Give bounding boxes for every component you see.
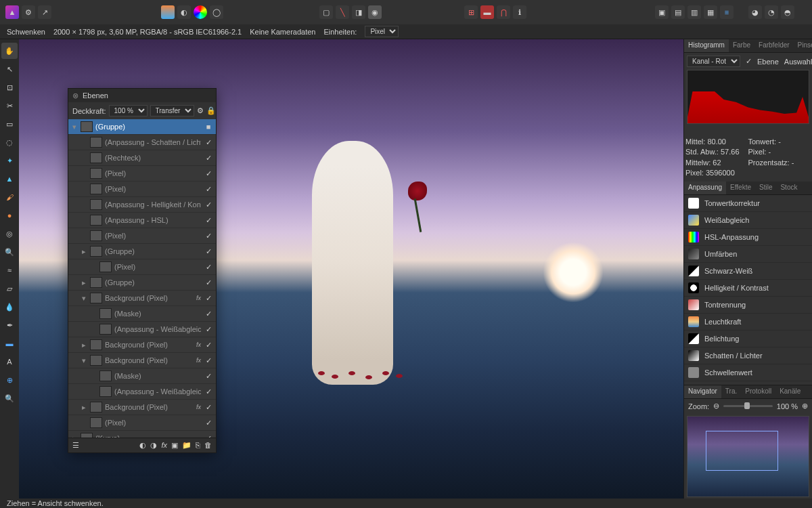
adjustment-item[interactable]: Tontrennung xyxy=(684,297,812,314)
adjustment-item[interactable]: Umfärben xyxy=(684,246,812,263)
layer-row[interactable]: (Pixel)✓ xyxy=(68,228,216,244)
mask-add-icon[interactable]: ◐ xyxy=(139,441,146,450)
layer-row[interactable]: ▾Background (Pixel)fx✓ xyxy=(68,291,216,306)
tab-history[interactable]: Protokoll xyxy=(741,385,775,398)
layer-row[interactable]: (Anpassung - Schatten / Lichter)✓ xyxy=(68,135,216,150)
channel-select[interactable]: Kanal - Rot xyxy=(687,56,740,67)
magic-tool-icon[interactable]: ✦ xyxy=(1,152,18,169)
arrange2-icon[interactable]: ▤ xyxy=(671,5,685,19)
tab-effects[interactable]: Effekte xyxy=(726,182,755,194)
persona-icon[interactable]: ⚙ xyxy=(22,5,35,19)
move-tool-icon[interactable]: ↖ xyxy=(1,61,18,77)
layer-row[interactable]: (Pixel)✓ xyxy=(68,259,216,275)
zoom-in-icon[interactable]: ⊕ xyxy=(802,402,808,410)
adjustment-item[interactable]: Weißabgleich xyxy=(684,212,812,229)
layer-row[interactable]: ▾(Gruppe)■ xyxy=(68,119,216,135)
adjustment-item[interactable]: Helligkeit / Kontrast xyxy=(684,280,812,297)
deselect-icon[interactable]: ╲ xyxy=(336,5,349,19)
adjustment-item[interactable]: Schwellenwert xyxy=(684,364,812,381)
navigator-preview[interactable] xyxy=(687,416,809,497)
adjustment-item[interactable]: Leuchtkraft xyxy=(684,314,812,331)
app-icon[interactable]: ▲ xyxy=(5,5,19,19)
adj-add-icon[interactable]: ◑ xyxy=(150,441,157,450)
level-checkbox[interactable]: Ebene xyxy=(757,58,779,66)
color-icon[interactable] xyxy=(194,5,207,19)
tab-adjustments[interactable]: Anpassung xyxy=(684,182,726,194)
layer-group-icon[interactable]: ☰ xyxy=(72,441,79,450)
heal-tool-icon[interactable]: ◎ xyxy=(1,226,18,242)
adjustment-item[interactable]: Schwarz-Weiß xyxy=(684,263,812,280)
pen-tool-icon[interactable]: ✒ xyxy=(1,317,18,333)
layer-row[interactable]: ▸Background (Pixel)fx✓ xyxy=(68,337,216,353)
mesh-tool-icon[interactable]: ⊕ xyxy=(1,372,18,388)
selection-label[interactable]: Auswahl xyxy=(784,58,812,66)
layer-row[interactable]: ▸(Gruppe)✓ xyxy=(68,244,216,259)
layer-row[interactable]: (Anpassung - Weißabgleich)✓ xyxy=(68,384,216,400)
layer-row[interactable]: (Anpassung - Weißabgleich)✓ xyxy=(68,322,216,337)
adjustment-item[interactable]: HSL-Anpassung xyxy=(684,229,812,246)
marquee-tool-icon[interactable]: ▭ xyxy=(1,116,18,132)
layer-row[interactable]: (Rechteck)✓ xyxy=(68,150,216,166)
adjustment-item[interactable]: Belichtung xyxy=(684,331,812,347)
hand-tool-icon[interactable]: ✋ xyxy=(1,43,18,59)
arrange4-icon[interactable]: ▦ xyxy=(704,5,717,19)
opacity-select[interactable]: 100 % xyxy=(109,105,148,117)
lasso-tool-icon[interactable]: ◌ xyxy=(1,134,18,150)
magnet-icon[interactable]: ⋂ xyxy=(497,5,510,19)
fx-add-icon[interactable]: fx xyxy=(161,441,167,450)
crop-tool-icon[interactable]: ⊡ xyxy=(1,79,18,96)
crop-layer-icon[interactable]: ▣ xyxy=(171,441,178,450)
tab-histogram[interactable]: Histogramm xyxy=(684,39,729,52)
tab-brushes[interactable]: Pinsel xyxy=(794,39,812,52)
layer-row[interactable]: (Maske)✓ xyxy=(68,306,216,322)
tab-styles[interactable]: Stile xyxy=(755,182,776,194)
text-tool-icon[interactable]: A xyxy=(1,354,18,370)
invert-icon[interactable]: ◨ xyxy=(352,5,365,19)
layer-row[interactable]: (Maske)✓ xyxy=(68,368,216,384)
align-icon[interactable]: ≡ xyxy=(720,5,734,19)
layer-row[interactable]: (Anpassung - Helligkeit / Kontrast)✓ xyxy=(68,197,216,213)
layers-icon[interactable] xyxy=(161,5,175,19)
arrange3-icon[interactable]: ▥ xyxy=(687,5,701,19)
folder-icon[interactable]: 📁 xyxy=(182,441,191,450)
adjustment-item[interactable]: Tonwertkorrektur xyxy=(684,195,812,212)
layer-row[interactable]: ▸Background (Pixel)fx✓ xyxy=(68,400,216,415)
node-tool-icon[interactable]: ✂ xyxy=(1,98,18,114)
layer-row[interactable]: ▸(Kurve)✓ xyxy=(68,431,216,438)
adjustment-item[interactable]: Schatten / Lichter xyxy=(684,347,812,364)
tab-navigator[interactable]: Navigator xyxy=(684,385,721,398)
zoom-slider[interactable] xyxy=(723,405,773,407)
layers-panel[interactable]: ⊗ Ebenen Deckkraft: 100 % Transfer ⚙ 🔒 ▾… xyxy=(68,88,217,453)
lock-icon[interactable]: 🔒 xyxy=(206,106,216,115)
flood-tool-icon[interactable]: ▲ xyxy=(1,171,18,187)
share-icon[interactable]: ↗ xyxy=(38,5,51,19)
drop-tool-icon[interactable]: 💧 xyxy=(1,299,18,315)
mask-icon[interactable]: ◯ xyxy=(210,5,223,19)
tab-channels[interactable]: Kanäle xyxy=(775,385,805,398)
tab-stock[interactable]: Stock xyxy=(776,182,801,194)
help1-icon[interactable]: ◕ xyxy=(748,5,762,19)
eraser-tool-icon[interactable]: ▱ xyxy=(1,280,18,297)
contrast-icon[interactable]: ◐ xyxy=(177,5,191,19)
tab-color[interactable]: Farbe xyxy=(729,39,754,52)
help2-icon[interactable]: ◔ xyxy=(765,5,778,19)
layer-row[interactable]: (Anpassung - HSL)✓ xyxy=(68,213,216,228)
layer-row[interactable]: (Pixel)✓ xyxy=(68,166,216,182)
arrange1-icon[interactable]: ▣ xyxy=(655,5,669,19)
center-icon[interactable]: ◉ xyxy=(368,5,382,19)
blend-select[interactable]: Transfer xyxy=(150,105,194,117)
tab-transform[interactable]: Tra. xyxy=(721,385,741,398)
clone-tool-icon[interactable]: ● xyxy=(1,207,18,224)
help3-icon[interactable]: ◓ xyxy=(781,5,794,19)
layer-row[interactable]: ▸(Gruppe)✓ xyxy=(68,275,216,291)
dodge-tool-icon[interactable]: 🔍 xyxy=(1,244,18,260)
tab-swatches[interactable]: Farbfelder xyxy=(754,39,794,52)
units-select[interactable]: Pixel xyxy=(365,26,399,37)
guides-icon[interactable]: ▬ xyxy=(480,5,494,19)
marquee-icon[interactable]: ▢ xyxy=(319,5,333,19)
gear-icon[interactable]: ⚙ xyxy=(197,106,204,115)
brush-tool-icon[interactable]: 🖌 xyxy=(1,189,18,205)
zoom-tool-icon[interactable]: 🔍 xyxy=(1,390,18,406)
layer-row[interactable]: ▾Background (Pixel)fx✓ xyxy=(68,353,216,368)
shape-tool-icon[interactable]: ▬ xyxy=(1,335,18,352)
